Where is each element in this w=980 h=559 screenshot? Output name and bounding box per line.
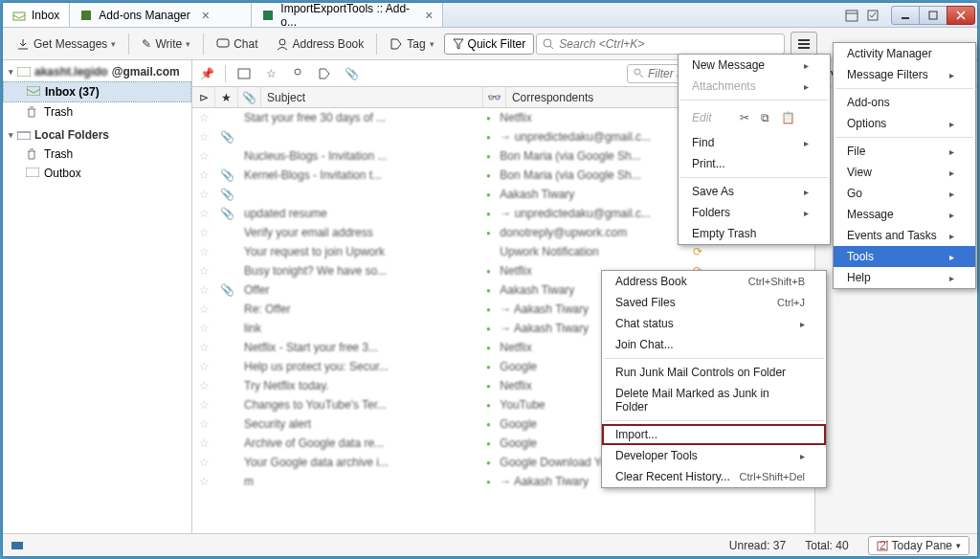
menu-chat-status[interactable]: Chat status▸ xyxy=(602,313,826,334)
star-icon[interactable]: ☆ xyxy=(192,283,215,297)
read-dot-icon: ● xyxy=(477,344,500,352)
menu-help[interactable]: Help▸ xyxy=(834,267,975,288)
col-attachment[interactable]: 📎 xyxy=(238,87,261,107)
menu-filters[interactable]: Message Filters▸ xyxy=(834,64,975,85)
tab-addons[interactable]: Add-ons Manager × xyxy=(70,3,252,27)
menu-events[interactable]: Events and Tasks▸ xyxy=(834,225,975,246)
svg-line-23 xyxy=(640,75,643,78)
col-star[interactable]: ★ xyxy=(215,87,238,107)
menu-junk-delete[interactable]: Delete Mail Marked as Junk in Folder xyxy=(602,383,826,417)
star-icon[interactable]: ☆ xyxy=(192,149,215,163)
star-icon[interactable]: ☆ xyxy=(192,322,215,335)
folder-icon xyxy=(17,130,31,140)
message-row[interactable]: ☆Your request to join UpworkUpwork Notif… xyxy=(192,242,814,261)
col-correspondents[interactable]: Correspondents xyxy=(506,87,686,107)
star-icon[interactable]: ☆ xyxy=(192,456,215,469)
contact-filter-icon[interactable] xyxy=(289,65,306,82)
folder-trash-gmail[interactable]: Trash xyxy=(3,102,191,122)
menu-import[interactable]: Import... xyxy=(602,424,826,445)
star-icon[interactable]: ☆ xyxy=(192,360,215,373)
address-book-button[interactable]: Address Book xyxy=(268,34,372,55)
write-button[interactable]: ✎ Write ▾ xyxy=(134,34,198,55)
search-input[interactable] xyxy=(559,37,778,51)
minimize-button[interactable] xyxy=(891,6,920,25)
menu-dev-tools[interactable]: Developer Tools▸ xyxy=(602,445,826,466)
menu-junk-run[interactable]: Run Junk Mail Controls on Folder xyxy=(602,362,826,383)
attachment-icon: 📎 xyxy=(215,188,238,201)
menu-tools[interactable]: Tools▸ xyxy=(834,246,975,267)
global-search[interactable] xyxy=(536,34,785,55)
account-local[interactable]: ▾ Local Folders xyxy=(3,125,191,145)
star-icon[interactable]: ☆ xyxy=(192,436,215,450)
star-icon[interactable]: ☆ xyxy=(192,417,215,431)
unread-filter-icon[interactable] xyxy=(235,65,253,82)
trash-icon xyxy=(26,148,39,160)
calendar-icon[interactable] xyxy=(842,7,861,24)
tab-inbox[interactable]: Inbox xyxy=(3,3,70,27)
star-icon[interactable]: ☆ xyxy=(192,341,215,354)
menu-activity[interactable]: Activity Manager xyxy=(834,43,975,64)
get-messages-button[interactable]: Get Messages ▾ xyxy=(9,34,123,55)
star-icon[interactable]: ☆ xyxy=(192,207,215,220)
menu-go[interactable]: Go▸ xyxy=(834,183,975,204)
star-icon[interactable]: ☆ xyxy=(192,379,215,392)
menu-saved-files[interactable]: Saved FilesCtrl+J xyxy=(602,292,826,313)
star-icon[interactable]: ☆ xyxy=(192,264,215,278)
folder-inbox[interactable]: Inbox (37) xyxy=(3,81,191,102)
copy-icon: ⧉ xyxy=(761,111,769,124)
account-gmail[interactable]: ▾ akasht.legido@gmail.com xyxy=(3,62,191,81)
chevron-down-icon[interactable]: ▾ xyxy=(111,39,116,49)
chat-button[interactable]: Chat xyxy=(209,34,265,55)
tab-import-tools[interactable]: ImportExportTools :: Add-o... × xyxy=(252,3,443,27)
menu-find[interactable]: Find▸ xyxy=(679,132,830,153)
star-icon[interactable]: ☆ xyxy=(192,226,215,239)
mail-icon xyxy=(17,67,31,77)
menu-address-book[interactable]: Address BookCtrl+Shift+B xyxy=(602,271,826,292)
today-pane-button[interactable]: 27 Today Pane ▾ xyxy=(868,536,969,555)
menu-view[interactable]: View▸ xyxy=(834,162,975,183)
quick-filter-button[interactable]: Quick Filter xyxy=(444,34,535,55)
menu-new-message[interactable]: New Message▸ xyxy=(679,55,830,76)
menu-file[interactable]: File▸ xyxy=(834,141,975,162)
starred-filter-icon[interactable]: ☆ xyxy=(262,65,279,82)
menu-folders[interactable]: Folders▸ xyxy=(679,202,830,223)
tag-filter-icon[interactable] xyxy=(316,65,333,82)
tasks-icon[interactable] xyxy=(863,7,882,24)
online-icon[interactable] xyxy=(11,540,24,551)
tag-button[interactable]: Tag ▾ xyxy=(382,34,441,55)
menu-message[interactable]: Message▸ xyxy=(834,204,975,225)
row-correspondent: Aakash Tiwary xyxy=(500,188,686,201)
folder-trash-local[interactable]: Trash xyxy=(3,145,191,164)
star-icon[interactable]: ☆ xyxy=(192,302,215,316)
attachment-filter-icon[interactable]: 📎 xyxy=(343,65,360,82)
star-icon[interactable]: ☆ xyxy=(192,130,215,144)
star-icon[interactable]: ☆ xyxy=(192,111,215,124)
menu-save-as[interactable]: Save As▸ xyxy=(679,181,830,202)
col-thread[interactable]: ⊳ xyxy=(192,87,215,107)
menu-join-chat[interactable]: Join Chat... xyxy=(602,334,826,355)
close-icon[interactable]: × xyxy=(202,8,210,23)
menu-clear-history[interactable]: Clear Recent History...Ctrl+Shift+Del xyxy=(602,466,826,487)
app-menu-button[interactable] xyxy=(791,32,817,56)
row-subject: Start your free 30 days of ... xyxy=(238,111,477,124)
menu-print[interactable]: Print... xyxy=(679,153,830,174)
close-icon[interactable]: × xyxy=(425,8,433,23)
star-icon[interactable]: ☆ xyxy=(192,168,215,182)
close-button[interactable] xyxy=(947,6,975,25)
col-read[interactable]: 👓 xyxy=(483,87,506,107)
folder-outbox[interactable]: Outbox xyxy=(3,164,191,183)
maximize-button[interactable] xyxy=(919,6,947,25)
star-icon[interactable]: ☆ xyxy=(192,245,215,258)
star-icon[interactable]: ☆ xyxy=(192,188,215,201)
menu-empty-trash[interactable]: Empty Trash xyxy=(679,223,830,244)
star-icon[interactable]: ☆ xyxy=(192,475,215,488)
chevron-down-icon[interactable]: ▾ xyxy=(430,39,434,49)
star-icon[interactable]: ☆ xyxy=(192,398,215,412)
menu-attachments: Attachments▸ xyxy=(679,76,830,97)
chevron-down-icon[interactable]: ▾ xyxy=(186,39,190,49)
col-subject[interactable]: Subject xyxy=(261,87,483,107)
pin-icon[interactable]: 📌 xyxy=(198,65,215,82)
menu-addons[interactable]: Add-ons xyxy=(834,92,975,113)
menu-options[interactable]: Options▸ xyxy=(834,113,975,134)
svg-rect-17 xyxy=(27,86,40,96)
